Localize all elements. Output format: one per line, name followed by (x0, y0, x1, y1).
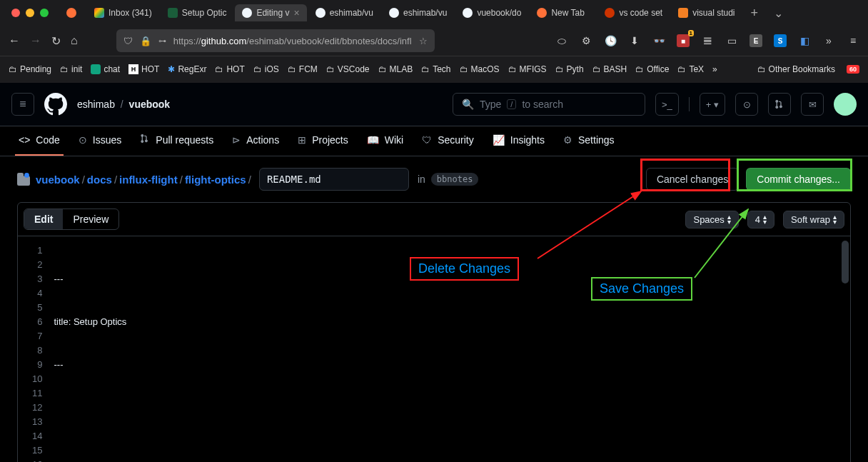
tab-settings[interactable]: ⚙Settings (556, 126, 622, 156)
bookmark-item[interactable]: 🗀Tech (421, 64, 450, 74)
github-search[interactable]: 🔍 Type / to search (453, 93, 645, 116)
github-header: ≡ eshimab / vuebook 🔍 Type / to search >… (0, 83, 868, 126)
extensions-icon[interactable]: ⚙ (580, 34, 592, 47)
branch-badge[interactable]: bbnotes (431, 173, 479, 186)
browser-tab[interactable]: eshimab/vu (382, 4, 454, 21)
edit-tab[interactable]: Edit (24, 209, 63, 229)
file-tree-icon[interactable] (17, 173, 30, 186)
wrap-dropdown[interactable]: Soft wrap▴▾ (783, 211, 844, 229)
ext-badge[interactable]: ■1 (677, 34, 690, 47)
browser-tab[interactable]: Setup Optic (161, 4, 234, 21)
owner-link[interactable]: eshimab (77, 99, 115, 110)
browser-tab[interactable]: visual studi (671, 4, 742, 21)
folder-icon: 🗀 (592, 64, 601, 74)
editor-scrollbar[interactable] (842, 241, 849, 283)
browser-tab[interactable]: Inbox (341) (87, 4, 159, 21)
tab-projects[interactable]: ⊞Projects (291, 126, 355, 156)
ext-e[interactable]: E (750, 34, 762, 47)
reload-button[interactable]: ↻ (51, 34, 61, 48)
home-button[interactable]: ⌂ (71, 34, 78, 47)
bookmark-item[interactable]: 🗀MLAB (378, 64, 413, 74)
menu-icon[interactable]: ≡ (847, 34, 859, 47)
editor-toolbar: Edit Preview Spaces▴▾ 4▴▾ Soft wrap▴▾ (18, 203, 850, 236)
tab-security[interactable]: 🛡Security (415, 126, 481, 156)
reader-icon[interactable]: ▭ (725, 34, 738, 47)
tabs-overflow[interactable]: ⌄ (767, 6, 790, 20)
indent-mode-dropdown[interactable]: Spaces▴▾ (685, 211, 738, 229)
overflow-icon[interactable]: » (712, 64, 717, 74)
history-icon[interactable]: 🕓 (604, 34, 617, 47)
browser-tab[interactable] (57, 4, 86, 21)
filename-input[interactable] (259, 168, 409, 191)
tab-label: eshimab/vu (403, 8, 447, 18)
issues-button[interactable]: ⊙ (735, 93, 758, 116)
pull-requests-button[interactable] (768, 93, 791, 116)
downloads-icon[interactable]: ⬇ (628, 34, 641, 47)
user-avatar[interactable] (834, 93, 857, 116)
tab-issues[interactable]: ⊙Issues (71, 126, 128, 156)
commit-changes-button[interactable]: Commit changes... (746, 168, 851, 191)
search-placeholder: Type (480, 99, 501, 110)
indent-size-dropdown[interactable]: 4▴▾ (747, 211, 774, 229)
tab-pull-requests[interactable]: Pull requests (133, 126, 221, 156)
ext-pocket[interactable]: ◧ (798, 34, 811, 47)
address-bar[interactable]: 🛡 🔒 ⊶ https://github.com/eshimab/vuebook… (116, 29, 435, 52)
tab-insights[interactable]: 📈Insights (485, 126, 552, 156)
repo-link[interactable]: vuebook (129, 99, 171, 110)
tab-wiki[interactable]: 📖Wiki (360, 126, 410, 156)
folder-icon: 🗀 (677, 64, 686, 74)
path-root[interactable]: vuebook (36, 174, 80, 186)
bookmark-item[interactable]: ✱RegExr (168, 64, 206, 74)
bookmark-item[interactable]: chat (91, 64, 120, 74)
site-icon (678, 8, 688, 18)
path-segment[interactable]: influx-flight (119, 174, 178, 186)
ext-s[interactable]: S (774, 34, 787, 47)
cancel-changes-button[interactable]: Cancel changes (646, 168, 739, 191)
browser-tab[interactable]: vuebook/do (455, 4, 528, 21)
back-button[interactable]: ← (9, 34, 20, 47)
bookmark-item[interactable]: 🗀init (60, 64, 82, 74)
forward-button[interactable]: → (30, 34, 41, 47)
create-new-button[interactable]: + ▾ (700, 93, 725, 116)
bookmark-star-icon[interactable]: ☆ (419, 36, 428, 46)
tab-code[interactable]: <>Code (11, 126, 67, 156)
browser-tab[interactable]: vs code set (597, 4, 670, 21)
browser-tab[interactable]: eshimab/vu (308, 4, 380, 21)
tab-actions[interactable]: ⊳Actions (225, 126, 286, 156)
bookmark-item[interactable]: 🗀MFIGS (508, 64, 547, 74)
window-maximize[interactable] (40, 9, 49, 17)
bookmark-item[interactable]: HHOT (128, 64, 159, 74)
github-logo[interactable] (44, 93, 67, 116)
path-segment[interactable]: flight-optics (185, 174, 246, 186)
glasses-icon[interactable]: 👓 (652, 34, 665, 47)
code-editor[interactable]: 12345678910111213141516 --- title: Setup… (18, 236, 850, 462)
preview-tab[interactable]: Preview (63, 209, 118, 229)
other-bookmarks[interactable]: 🗀Other Bookmarks (757, 64, 835, 74)
bookmark-item[interactable]: 🗀Office (635, 64, 669, 74)
browser-tab[interactable]: New Tab (530, 4, 596, 21)
bookmark-item[interactable]: 🗀Pending (9, 64, 51, 74)
overflow-icon[interactable]: » (822, 34, 835, 47)
browser-tab-active[interactable]: Editing v× (235, 4, 306, 21)
window-controls (6, 9, 49, 17)
command-palette-button[interactable]: >_ (655, 93, 679, 116)
bookmark-item[interactable]: 🗀TeX (677, 64, 704, 74)
mask-icon[interactable]: ⬭ (555, 34, 568, 47)
hamburger-menu[interactable]: ≡ (11, 93, 34, 116)
bookmark-item[interactable]: 🗀HOT (215, 64, 244, 74)
bookmark-item[interactable]: 🗀FCM (288, 64, 318, 74)
bookmark-item[interactable]: 🗀BASH (592, 64, 627, 74)
path-segment[interactable]: docs (87, 174, 112, 186)
tab-label: Inbox (341) (108, 8, 152, 18)
window-minimize[interactable] (26, 9, 34, 17)
bookmark-item[interactable]: 🗀iOS (253, 64, 279, 74)
bookmark-item[interactable]: 🗀MacOS (460, 64, 500, 74)
new-tab-button[interactable]: + (744, 6, 766, 21)
library-icon[interactable]: 𝌆 (701, 34, 714, 47)
bookmark-item[interactable]: 🗀VSCode (326, 64, 370, 74)
close-icon[interactable]: × (293, 8, 299, 18)
bookmark-item[interactable]: 🗀Pyth (555, 64, 584, 74)
window-close[interactable] (11, 9, 20, 17)
inbox-button[interactable]: ✉ (801, 93, 824, 116)
code-content[interactable]: --- title: Setup Optics --- ## I added a… (54, 236, 177, 462)
